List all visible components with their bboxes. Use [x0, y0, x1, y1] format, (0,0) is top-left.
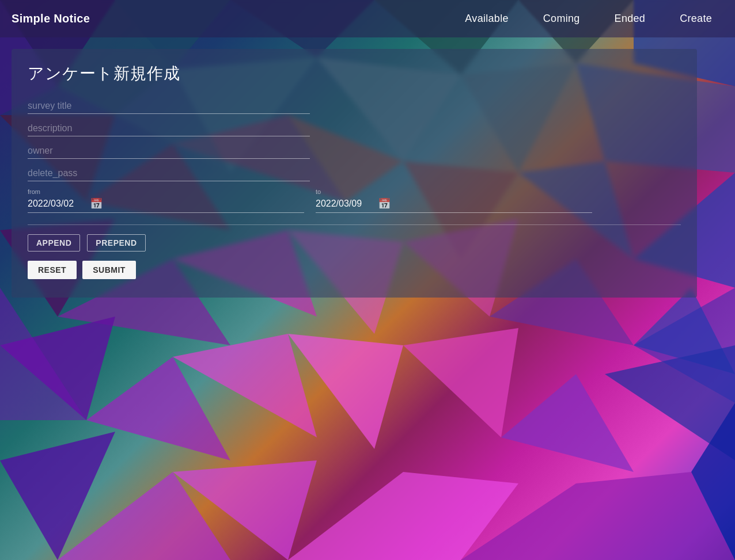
to-input-wrapper: 2022/03/09 📅 [316, 197, 592, 213]
owner-input[interactable] [28, 143, 310, 159]
form-card: アンケート新規作成 from 2022/03/02 📅 to [12, 49, 697, 298]
question-buttons: APPEND PREPEND [28, 234, 681, 252]
survey-title-group [28, 98, 681, 114]
form-title: アンケート新規作成 [28, 63, 681, 85]
description-group [28, 121, 681, 136]
action-buttons: RESET SUBMIT [28, 261, 681, 279]
navbar: Simple Notice Available Coming Ended Cre… [0, 0, 735, 37]
from-date-value: 2022/03/02 [28, 199, 85, 209]
svg-marker-30 [403, 328, 518, 437]
app-brand: Simple Notice [12, 12, 90, 25]
nav-available[interactable]: Available [465, 13, 508, 25]
submit-button[interactable]: SUBMIT [82, 261, 136, 279]
delete-pass-input[interactable] [28, 166, 310, 181]
to-label: to [316, 188, 592, 195]
date-to-group: to 2022/03/09 📅 [316, 188, 592, 213]
delete-pass-group [28, 166, 681, 181]
append-button[interactable]: APPEND [28, 234, 80, 252]
from-input-wrapper: 2022/03/02 📅 [28, 197, 304, 213]
nav-ended[interactable]: Ended [615, 13, 646, 25]
from-calendar-icon[interactable]: 📅 [90, 197, 103, 210]
main-content: アンケート新規作成 from 2022/03/02 📅 to [0, 37, 735, 309]
to-date-value: 2022/03/09 [316, 199, 373, 209]
to-calendar-icon[interactable]: 📅 [378, 197, 391, 210]
svg-marker-29 [288, 334, 403, 449]
from-label: from [28, 188, 304, 195]
date-row: from 2022/03/02 📅 to 2022/03/09 📅 [28, 188, 681, 213]
date-from-group: from 2022/03/02 📅 [28, 188, 304, 213]
survey-title-input[interactable] [28, 98, 310, 114]
separator [28, 224, 681, 225]
nav-coming[interactable]: Coming [543, 13, 580, 25]
prepend-button[interactable]: PREPEND [87, 234, 145, 252]
nav-create[interactable]: Create [680, 13, 712, 25]
owner-group [28, 143, 681, 159]
reset-button[interactable]: RESET [28, 261, 77, 279]
nav-links: Available Coming Ended Create [465, 13, 712, 25]
description-input[interactable] [28, 121, 310, 136]
svg-marker-31 [501, 374, 634, 472]
